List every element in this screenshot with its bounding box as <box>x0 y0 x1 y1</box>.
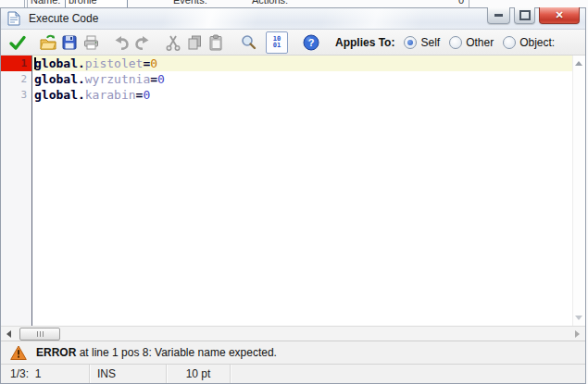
scissors-icon <box>164 33 182 52</box>
line-number: 2 <box>1 71 31 87</box>
find-button[interactable] <box>239 33 257 52</box>
number-token: 0 <box>150 56 157 70</box>
search-icon <box>239 33 257 52</box>
redo-button[interactable] <box>133 33 152 52</box>
background-name-field: bronie <box>65 0 128 7</box>
print-button[interactable] <box>81 33 100 52</box>
radio-object[interactable] <box>503 36 516 49</box>
background-actions-label: Actions: <box>252 0 288 7</box>
line-number-gutter: 1 2 3 <box>1 56 32 326</box>
title-bar[interactable]: Execute Code ✕ <box>1 8 585 30</box>
close-icon: ✕ <box>555 9 563 21</box>
background-divider <box>469 0 469 7</box>
code-document-icon <box>7 11 20 26</box>
ok-button[interactable] <box>8 33 27 52</box>
load-button[interactable] <box>39 33 57 52</box>
help-button[interactable]: ? <box>302 33 320 52</box>
minimize-icon <box>494 14 503 17</box>
number-token: 0 <box>143 88 150 102</box>
horizontal-scroll-thumb[interactable] <box>19 328 60 341</box>
background-events-label: Events: <box>173 0 207 7</box>
background-window-strip: Name: bronie Events: Actions: 0 <box>0 0 588 7</box>
save-floppy-icon <box>60 33 79 52</box>
background-divider <box>24 0 25 7</box>
radio-object-label: Object: <box>519 36 555 49</box>
variable-token: karabin <box>85 88 136 102</box>
copy-icon <box>185 33 204 52</box>
toolbar: 10 01 ? Applies To: Self Other Object: <box>1 30 585 56</box>
help-icon: ? <box>303 34 319 51</box>
background-name-label: Name: <box>31 0 60 7</box>
line-numbers-toggle-button[interactable]: 10 01 <box>266 31 288 54</box>
error-message: at line 1 pos 8: Variable name expected. <box>76 346 277 359</box>
insert-mode-panel: INS <box>90 365 167 383</box>
warning-icon <box>10 345 27 361</box>
radio-self[interactable] <box>404 36 417 49</box>
printer-icon <box>81 33 100 52</box>
radio-other-label: Other <box>466 36 494 49</box>
dot-token: . <box>78 88 85 102</box>
scroll-right-icon[interactable] <box>575 330 580 338</box>
line-numbers-icon: 01 <box>273 43 281 49</box>
variable-token: pistolet <box>85 56 144 70</box>
undo-icon <box>112 33 131 52</box>
radio-self-label: Self <box>420 36 440 49</box>
background-divider <box>27 0 28 7</box>
check-icon <box>8 33 27 52</box>
maximize-icon <box>519 10 531 20</box>
background-right-fragment: 0 <box>458 0 464 7</box>
status-empty-panel <box>231 365 585 383</box>
number-token: 0 <box>157 72 165 86</box>
status-bar: 1/3: 1 INS 10 pt <box>1 364 585 383</box>
open-folder-icon <box>39 33 57 52</box>
dot-token: . <box>78 72 85 86</box>
window-controls: ✕ <box>487 7 580 24</box>
window-title: Execute Code <box>29 12 98 25</box>
code-editor[interactable]: 1 2 3 global.pistolet=0 global.wyrzutnia… <box>1 56 585 326</box>
execute-code-window: Execute Code ✕ <box>0 7 586 384</box>
undo-button[interactable] <box>112 33 131 52</box>
scroll-up-icon[interactable] <box>575 61 582 66</box>
scroll-down-icon[interactable] <box>575 316 582 320</box>
keyword-token: global <box>34 56 78 70</box>
redo-icon <box>133 33 152 52</box>
maximize-button[interactable] <box>514 7 535 24</box>
minimize-button[interactable] <box>487 7 510 24</box>
save-button[interactable] <box>60 33 79 52</box>
paste-button[interactable] <box>206 33 225 52</box>
keyword-token: global <box>34 88 78 102</box>
line-number-error: 1 <box>1 56 31 71</box>
error-bar: ERROR at line 1 pos 8: Variable name exp… <box>1 341 585 364</box>
caret-position-panel: 1/3: 1 <box>1 365 90 383</box>
horizontal-scrollbar[interactable] <box>1 326 585 341</box>
dot-token: . <box>78 56 85 70</box>
vertical-scrollbar[interactable] <box>572 56 585 326</box>
svg-text:?: ? <box>308 37 315 48</box>
keyword-token: global <box>34 72 78 86</box>
screen: Name: bronie Events: Actions: 0 Execute … <box>0 0 588 384</box>
line-number: 3 <box>1 87 31 103</box>
variable-token: wyrzutnia <box>85 72 150 86</box>
code-line-2: global.wyrzutnia=0 <box>32 71 572 87</box>
copy-button[interactable] <box>185 33 204 52</box>
applies-to-radio-group: Self Other Object: <box>394 36 555 49</box>
cut-button[interactable] <box>164 33 182 52</box>
paste-clipboard-icon <box>206 33 225 52</box>
scroll-left-icon[interactable] <box>6 330 11 338</box>
equals-token: = <box>150 72 157 86</box>
thumb-grip-icon <box>40 331 41 337</box>
code-line-3: global.karabin=0 <box>32 87 572 103</box>
radio-other[interactable] <box>449 36 462 49</box>
error-label: ERROR <box>36 346 76 359</box>
close-button[interactable]: ✕ <box>539 7 580 24</box>
code-area[interactable]: global.pistolet=0 global.wyrzutnia=0 glo… <box>32 56 572 326</box>
font-size-panel: 10 pt <box>167 365 231 383</box>
applies-to-label: Applies To: <box>335 36 394 49</box>
code-line-1: global.pistolet=0 <box>32 56 572 71</box>
